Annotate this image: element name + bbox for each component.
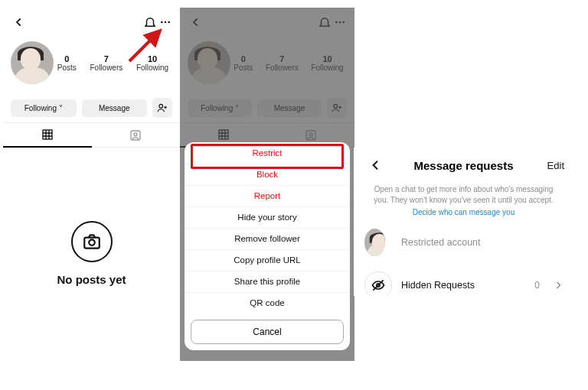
add-user-button[interactable] [152,98,172,118]
stat-posts[interactable]: 0Posts [57,54,77,72]
topbar [3,8,180,37]
cancel-button[interactable]: Cancel [191,320,344,344]
tab-grid[interactable] [3,123,92,148]
options-sheet: Restrict Block Report Hide your story Re… [185,142,350,350]
page-title: Message requests [389,159,538,172]
restricted-label: Restricted account [401,237,563,248]
option-qr-code[interactable]: QR code [185,292,350,314]
avatar [364,229,385,256]
tab-tagged[interactable] [92,123,181,148]
back-icon[interactable] [11,14,28,31]
svg-point-9 [89,239,95,245]
helper-text: Open a chat to get more info about who's… [354,184,573,221]
notifications-icon[interactable] [142,14,158,31]
svg-rect-5 [43,130,52,139]
svg-point-7 [134,132,137,135]
option-share-profile[interactable]: Share this profile [185,271,350,292]
svg-point-2 [168,21,170,24]
stat-following[interactable]: 10Following [136,54,168,72]
profile-menu-screen: 0Posts 7Followers 10Following Following … [180,8,354,361]
profile-screen: 0Posts 7Followers 10Following Following … [3,8,180,361]
message-button[interactable]: Message [82,99,148,117]
hidden-label: Hidden Requests [401,280,525,291]
svg-point-1 [165,21,167,24]
profile-action-row: Following ˅ Message [3,92,180,122]
decide-link[interactable]: Decide who can message you [369,207,558,218]
stat-followers[interactable]: 7Followers [90,54,122,72]
back-icon[interactable] [363,157,389,174]
header: Message requests Edit [354,148,573,184]
option-restrict[interactable]: Restrict [185,142,350,164]
message-requests-screen: Message requests Edit Open a chat to get… [354,148,573,296]
profile-tabs [3,122,180,148]
option-report[interactable]: Report [185,185,350,206]
eye-off-icon [364,271,392,297]
option-copy-url[interactable]: Copy profile URL [185,249,350,271]
edit-button[interactable]: Edit [538,160,564,171]
hidden-count: 0 [534,280,540,291]
profile-avatar[interactable] [11,41,54,84]
hidden-requests-row[interactable]: Hidden Requests 0 [354,264,573,297]
option-hide-story[interactable]: Hide your story [185,206,350,228]
profile-summary: 0Posts 7Followers 10Following [3,37,180,92]
option-block[interactable]: Block [185,164,350,185]
restricted-row[interactable]: Restricted account [354,221,573,264]
svg-point-0 [161,21,163,24]
option-remove-follower[interactable]: Remove follower [185,228,350,249]
empty-text: No posts yet [3,273,180,286]
more-options-icon[interactable] [158,14,172,31]
camera-icon [71,221,113,262]
following-button[interactable]: Following ˅ [11,99,77,117]
empty-state: No posts yet [3,148,180,286]
svg-point-4 [159,104,163,108]
chevron-right-icon [554,281,563,290]
